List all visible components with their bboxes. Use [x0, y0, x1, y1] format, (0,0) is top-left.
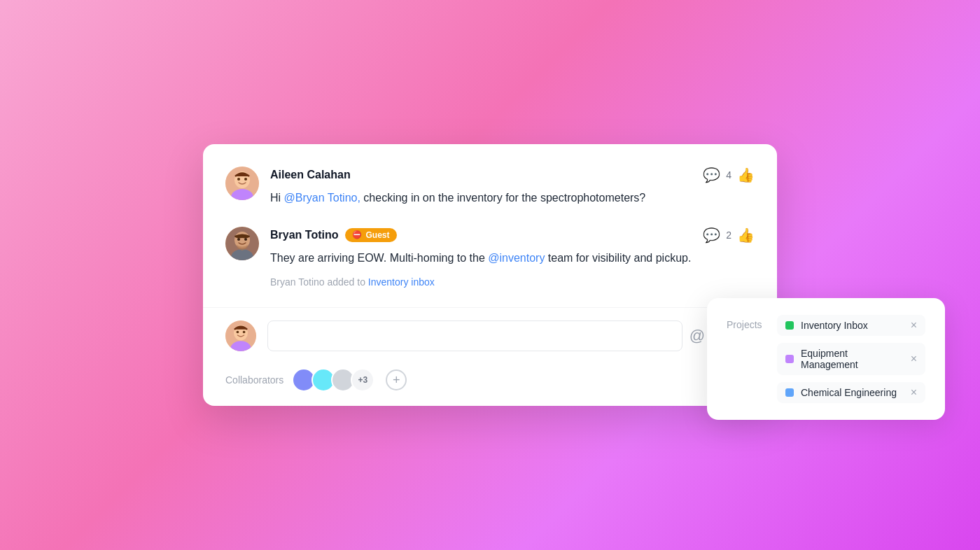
- project-remove-button[interactable]: ×: [911, 320, 917, 331]
- svg-point-3: [237, 178, 240, 181]
- reply-section: @ 🙂 ☆: [203, 308, 777, 368]
- svg-point-14: [243, 331, 246, 334]
- project-dot-purple: [785, 355, 794, 363]
- author-name: Bryan Totino: [270, 229, 338, 241]
- message-actions: 💬 2 👍: [703, 227, 755, 244]
- message-text: They are arriving EOW. Multi-homing to t…: [270, 249, 755, 267]
- projects-tags: Inventory Inbox × Equipment Management ×…: [777, 315, 925, 403]
- project-tag: Equipment Management ×: [777, 343, 925, 375]
- message-row: Aileen Calahan 💬 4 👍 Hi @Bryan Totino, c…: [225, 167, 755, 207]
- svg-point-9: [244, 238, 247, 241]
- collaborators-more[interactable]: +3: [351, 368, 374, 392]
- guest-badge-label: Guest: [365, 230, 389, 240]
- messages-area: Aileen Calahan 💬 4 👍 Hi @Bryan Totino, c…: [203, 144, 777, 288]
- avatar: [225, 227, 259, 260]
- project-tag: Inventory Inbox ×: [777, 315, 925, 336]
- message-header: Aileen Calahan 💬 4 👍: [270, 167, 755, 183]
- main-card: Aileen Calahan 💬 4 👍 Hi @Bryan Totino, c…: [203, 144, 777, 406]
- added-to-link[interactable]: Inventory inbox: [368, 276, 435, 288]
- like-icon[interactable]: 👍: [737, 227, 755, 244]
- collaborators-section: Collaborators +3 +: [203, 368, 777, 406]
- mention-bryan: @Bryan Totino,: [284, 192, 360, 204]
- add-collaborator-button[interactable]: +: [386, 369, 407, 390]
- added-to-prefix: Bryan Totino added to: [270, 276, 368, 288]
- like-count: 4: [726, 169, 732, 181]
- project-name: Chemical Engineering: [801, 387, 897, 398]
- comment-icon[interactable]: 💬: [703, 167, 720, 183]
- project-tag: Chemical Engineering ×: [777, 382, 925, 403]
- guest-badge-icon: ⛔: [352, 230, 362, 239]
- projects-popup: Projects Inventory Inbox × Equipment Man…: [707, 298, 945, 420]
- project-name: Equipment Management: [801, 348, 904, 370]
- added-to-text: Bryan Totino added to Inventory inbox: [270, 276, 755, 288]
- project-remove-button[interactable]: ×: [911, 353, 917, 365]
- mention-inventory: @inventory: [488, 252, 545, 264]
- reply-avatar: [225, 320, 256, 351]
- message-text: Hi @Bryan Totino, checking in on the inv…: [270, 189, 755, 207]
- project-dot-green: [785, 321, 794, 330]
- message-header: Bryan Totino ⛔ Guest 💬 2 👍: [270, 227, 755, 244]
- svg-point-13: [237, 331, 239, 334]
- message-body: Aileen Calahan 💬 4 👍 Hi @Bryan Totino, c…: [270, 167, 755, 207]
- like-count: 2: [726, 230, 732, 241]
- svg-point-4: [244, 178, 247, 181]
- svg-point-8: [237, 238, 240, 241]
- collaborator-avatars: +3: [292, 368, 377, 392]
- message-actions: 💬 4 👍: [703, 167, 755, 183]
- reply-input[interactable]: [267, 320, 682, 351]
- project-dot-blue: [785, 388, 794, 397]
- avatar: [225, 167, 259, 200]
- collaborators-label: Collaborators: [225, 374, 284, 386]
- project-name: Inventory Inbox: [801, 320, 868, 331]
- message-body: Bryan Totino ⛔ Guest 💬 2 👍 They are arri…: [270, 227, 755, 288]
- author-name: Aileen Calahan: [270, 169, 351, 181]
- like-icon[interactable]: 👍: [737, 167, 755, 183]
- comment-icon[interactable]: 💬: [703, 227, 720, 244]
- at-icon[interactable]: @: [690, 327, 705, 345]
- project-remove-button[interactable]: ×: [911, 387, 917, 398]
- projects-label: Projects: [727, 315, 766, 330]
- guest-badge: ⛔ Guest: [345, 228, 396, 242]
- message-row: Bryan Totino ⛔ Guest 💬 2 👍 They are arri…: [225, 227, 755, 288]
- projects-row: Projects Inventory Inbox × Equipment Man…: [727, 315, 925, 403]
- reply-input-wrapper: @ 🙂 ☆: [267, 320, 755, 351]
